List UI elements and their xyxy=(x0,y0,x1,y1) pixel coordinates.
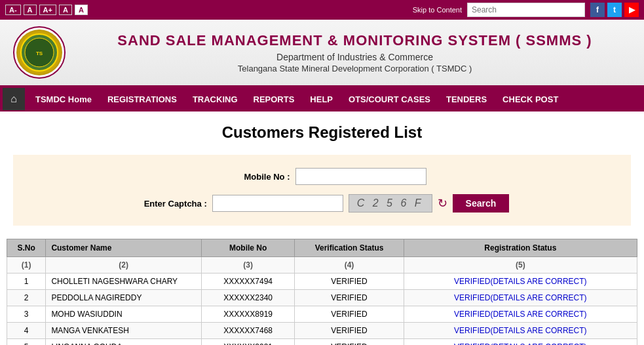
cell-mobile: XXXXXX8919 xyxy=(201,306,295,323)
cell-sno: 3 xyxy=(7,306,46,323)
cell-mobile: XXXXXX2340 xyxy=(201,290,295,306)
page-title-section: Customers Registered List xyxy=(0,112,644,148)
font-decrease-btn[interactable]: A- xyxy=(5,5,21,15)
rstatus-link[interactable]: VERIFIED(DETAILS ARE CORRECT) xyxy=(454,326,586,335)
table-row: 1 CHOLLETI NAGESHWARA CHARY XXXXXX7494 V… xyxy=(7,274,637,290)
search-button[interactable]: Search xyxy=(453,194,510,213)
nav-ots-court[interactable]: OTS/COURT CASES xyxy=(341,87,438,112)
facebook-icon[interactable]: f xyxy=(590,3,605,17)
rstatus-link[interactable]: VERIFIED(DETAILS ARE CORRECT) xyxy=(454,310,586,319)
table-row: 5 LINGANNA GOUDA XXXXXX2931 VERIFIED VER… xyxy=(7,339,637,346)
table-section: S.No Customer Name Mobile No Verificatio… xyxy=(0,232,644,345)
nav-tsmdc-home[interactable]: TSMDC Home xyxy=(28,87,100,112)
skip-to-content-link[interactable]: Skip to Content xyxy=(413,6,462,14)
subheader-vstatus: (4) xyxy=(295,257,404,274)
col-header-rstatus: Registration Status xyxy=(404,239,637,257)
captcha-label: Enter Captcha : xyxy=(135,199,207,209)
youtube-icon[interactable]: ▶ xyxy=(624,3,639,17)
col-header-sno: S.No xyxy=(7,239,46,257)
table-row: 3 MOHD WASIUDDIN XXXXXX8919 VERIFIED VER… xyxy=(7,306,637,323)
home-button[interactable]: ⌂ xyxy=(3,88,25,110)
page-title: Customers Registered List xyxy=(0,123,644,142)
font-active-btn[interactable]: A xyxy=(75,5,88,15)
header: TS SAND SALE MANAGEMENT & MONITORING SYS… xyxy=(0,20,644,87)
table-row: 4 MANGA VENKATESH XXXXXX7468 VERIFIED VE… xyxy=(7,323,637,339)
cell-rstatus: VERIFIED(DETAILS ARE CORRECT) xyxy=(404,339,637,346)
table-header-row: S.No Customer Name Mobile No Verificatio… xyxy=(7,239,637,257)
subheader-name: (2) xyxy=(46,257,202,274)
font-controls: A- A A+ A A xyxy=(5,5,88,15)
cell-vstatus: VERIFIED xyxy=(295,323,404,339)
table-subheader-row: (1) (2) (3) (4) (5) xyxy=(7,257,637,274)
cell-sno: 4 xyxy=(7,323,46,339)
cell-vstatus: VERIFIED xyxy=(295,339,404,346)
cell-vstatus: VERIFIED xyxy=(295,306,404,323)
font-increase-btn[interactable]: A+ xyxy=(39,5,56,15)
cell-name: MANGA VENKATESH xyxy=(46,323,202,339)
captcha-refresh-btn[interactable]: ↻ xyxy=(438,196,447,211)
cell-rstatus: VERIFIED(DETAILS ARE CORRECT) xyxy=(404,306,637,323)
mobile-label: Mobile No : xyxy=(218,172,290,182)
table-row: 2 PEDDOLLA NAGIREDDY XXXXXX2340 VERIFIED… xyxy=(7,290,637,306)
nav-check-post[interactable]: CHECK POST xyxy=(495,87,566,112)
cell-vstatus: VERIFIED xyxy=(295,274,404,290)
cell-sno: 5 xyxy=(7,339,46,346)
cell-mobile: XXXXXX2931 xyxy=(201,339,295,346)
captcha-row: Enter Captcha : C 2 5 6 F ↻ Search xyxy=(135,194,510,213)
nav-bar: ⌂ TSMDC Home REGISTRATIONS TRACKING REPO… xyxy=(0,87,644,112)
font-normal-btn[interactable]: A xyxy=(24,5,37,15)
nav-help[interactable]: HELP xyxy=(302,87,341,112)
cell-mobile: XXXXXX7468 xyxy=(201,323,295,339)
captcha-input[interactable] xyxy=(212,195,343,212)
cell-rstatus: VERIFIED(DETAILS ARE CORRECT) xyxy=(404,274,637,290)
mobile-input[interactable] xyxy=(295,168,426,185)
social-icons: f t ▶ xyxy=(590,3,639,17)
captcha-image: C 2 5 6 F xyxy=(349,194,432,213)
rstatus-link[interactable]: VERIFIED(DETAILS ARE CORRECT) xyxy=(454,293,586,302)
cell-name: MOHD WASIUDDIN xyxy=(46,306,202,323)
cell-vstatus: VERIFIED xyxy=(295,290,404,306)
cell-name: LINGANNA GOUDA xyxy=(46,339,202,346)
cell-name: CHOLLETI NAGESHWARA CHARY xyxy=(46,274,202,290)
site-title: SAND SALE MANAGEMENT & MONITORING SYSTEM… xyxy=(79,32,631,49)
twitter-icon[interactable]: t xyxy=(607,3,622,17)
top-bar: A- A A+ A A Skip to Content f t ▶ xyxy=(0,0,644,20)
nav-registrations[interactable]: REGISTRATIONS xyxy=(100,87,185,112)
cell-rstatus: VERIFIED(DETAILS ARE CORRECT) xyxy=(404,323,637,339)
rstatus-link[interactable]: VERIFIED(DETAILS ARE CORRECT) xyxy=(454,342,586,345)
col-header-vstatus: Verification Status xyxy=(295,239,404,257)
cell-rstatus: VERIFIED(DETAILS ARE CORRECT) xyxy=(404,290,637,306)
logo-emblem: TS xyxy=(16,30,62,75)
cell-sno: 1 xyxy=(7,274,46,290)
top-right: Skip to Content f t ▶ xyxy=(413,3,639,17)
subheader-rstatus: (5) xyxy=(404,257,637,274)
corp-name: Telangana State Mineral Development Corp… xyxy=(79,64,631,73)
header-text: SAND SALE MANAGEMENT & MONITORING SYSTEM… xyxy=(79,32,631,73)
nav-tracking[interactable]: TRACKING xyxy=(185,87,246,112)
customers-table: S.No Customer Name Mobile No Verificatio… xyxy=(7,239,637,345)
subheader-sno: (1) xyxy=(7,257,46,274)
cell-sno: 2 xyxy=(7,290,46,306)
mobile-row: Mobile No : xyxy=(218,168,426,185)
logo: TS xyxy=(13,26,66,79)
col-header-name: Customer Name xyxy=(46,239,202,257)
cell-mobile: XXXXXX7494 xyxy=(201,274,295,290)
cell-name: PEDDOLLA NAGIREDDY xyxy=(46,290,202,306)
nav-reports[interactable]: REPORTS xyxy=(246,87,303,112)
search-input[interactable] xyxy=(467,3,585,17)
rstatus-link[interactable]: VERIFIED(DETAILS ARE CORRECT) xyxy=(454,277,586,286)
nav-tenders[interactable]: TENDERS xyxy=(438,87,495,112)
dept-name: Department of Industries & Commerce xyxy=(79,52,631,62)
svg-text:TS: TS xyxy=(36,51,43,56)
search-form: Mobile No : Enter Captcha : C 2 5 6 F ↻ … xyxy=(13,155,631,226)
col-header-mobile: Mobile No xyxy=(201,239,295,257)
subheader-mobile: (3) xyxy=(201,257,295,274)
font-alt-btn[interactable]: A xyxy=(59,5,72,15)
